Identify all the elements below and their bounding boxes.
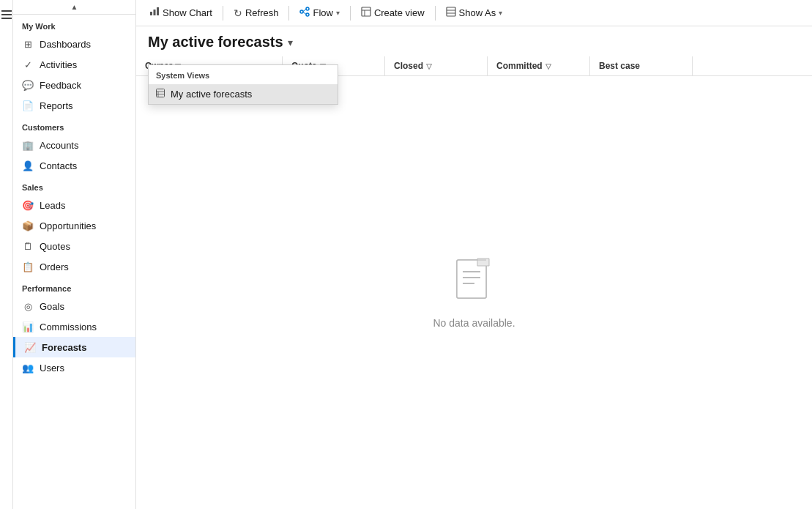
refresh-icon: ↻: [234, 7, 242, 19]
page-title: My active forecasts: [148, 34, 283, 51]
sidebar-item-label: Opportunities: [40, 220, 96, 231]
activities-icon: ✓: [22, 59, 34, 70]
orders-icon: 📋: [22, 261, 34, 272]
col-best-case: Best case: [590, 56, 693, 75]
page-title-dropdown-button[interactable]: ▾: [288, 37, 293, 48]
sidebar-item-reports[interactable]: 📄 Reports: [13, 95, 135, 116]
svg-line-6: [303, 10, 306, 12]
svg-point-3: [300, 10, 303, 13]
refresh-button[interactable]: ↻ Refresh: [226, 4, 286, 22]
toolbar-divider-1: [223, 6, 223, 21]
dropdown-item-my-active-forecasts[interactable]: My active forecasts: [149, 84, 338, 104]
sidebar-scroll-up[interactable]: ▲: [13, 0, 135, 15]
show-as-icon: [446, 7, 456, 19]
contacts-icon: 👤: [22, 160, 34, 171]
hamburger-bar: [0, 0, 13, 509]
grid-icon: ⊞: [22, 38, 34, 50]
accounts-icon: 🏢: [22, 139, 34, 151]
show-chart-icon: [149, 7, 160, 19]
sidebar-item-label: Activities: [40, 59, 77, 70]
sidebar-item-quotes[interactable]: 🗒 Quotes: [13, 236, 135, 256]
filter-committed-icon[interactable]: ▽: [545, 62, 551, 70]
sidebar-item-label: Accounts: [40, 140, 78, 151]
sidebar-item-label: Leads: [40, 200, 65, 211]
view-item-icon: [156, 89, 165, 100]
flow-icon: [299, 7, 310, 19]
dropdown-section-label: System Views: [149, 65, 338, 84]
leads-icon: 🎯: [22, 199, 34, 211]
quotes-icon: 🗒: [22, 240, 34, 252]
sidebar-item-label: Reports: [40, 100, 73, 111]
feedback-icon: 💬: [22, 79, 34, 91]
create-view-button[interactable]: Create view: [354, 4, 432, 22]
svg-rect-2: [157, 7, 159, 15]
svg-rect-8: [362, 7, 370, 16]
filter-closed-icon[interactable]: ▽: [426, 62, 432, 70]
page-header: My active forecasts ▾: [136, 26, 812, 56]
sidebar-item-dashboards[interactable]: ⊞ Dashboards: [13, 34, 135, 54]
toolbar-divider-2: [288, 6, 289, 21]
view-dropdown: System Views My active forecasts: [148, 64, 338, 105]
commissions-icon: 📊: [22, 321, 34, 332]
svg-point-5: [306, 13, 309, 16]
toolbar-divider-4: [435, 6, 436, 21]
sidebar-item-feedback[interactable]: 💬 Feedback: [13, 75, 135, 95]
sidebar-item-goals[interactable]: ◎ Goals: [13, 296, 135, 316]
col-committed: Committed ▽: [488, 56, 590, 75]
svg-point-4: [306, 7, 309, 10]
flow-chevron-icon: ▾: [336, 9, 340, 17]
sidebar-item-leads[interactable]: 🎯 Leads: [13, 195, 135, 215]
sidebar-item-orders[interactable]: 📋 Orders: [13, 256, 135, 277]
main-content: Show Chart ↻ Refresh Flow ▾: [136, 0, 812, 509]
section-mywork: My Work: [13, 15, 135, 34]
svg-rect-14: [157, 89, 165, 97]
goals-icon: ◎: [22, 300, 34, 312]
sidebar-item-label: Goals: [40, 301, 64, 312]
no-data-message: No data available.: [433, 317, 515, 329]
col-closed: Closed ▽: [385, 56, 488, 75]
sidebar-item-label: Contacts: [40, 160, 77, 171]
sidebar-item-label: Orders: [40, 261, 69, 272]
no-data-icon: [451, 257, 498, 308]
section-customers: Customers: [13, 116, 135, 135]
create-view-icon: [361, 7, 371, 19]
sidebar-item-users[interactable]: 👥 Users: [13, 357, 135, 378]
empty-state: No data available.: [136, 76, 812, 509]
sidebar-item-label: Dashboards: [40, 39, 91, 50]
sidebar: ▲ My Work ⊞ Dashboards ✓ Activities 💬 Fe…: [13, 0, 136, 509]
sidebar-item-label: Commissions: [40, 322, 97, 332]
sidebar-item-label: Quotes: [40, 241, 70, 252]
users-icon: 👥: [22, 362, 34, 374]
hamburger-menu-button[interactable]: [1, 10, 12, 19]
page-title-row: My active forecasts ▾: [148, 34, 800, 51]
show-chart-button[interactable]: Show Chart: [142, 4, 220, 22]
sidebar-item-label: Feedback: [40, 80, 81, 91]
reports-icon: 📄: [22, 100, 34, 111]
svg-rect-1: [154, 10, 156, 15]
svg-line-7: [303, 12, 306, 15]
sidebar-item-opportunities[interactable]: 📦 Opportunities: [13, 215, 135, 236]
svg-rect-11: [447, 7, 455, 16]
opportunities-icon: 📦: [22, 220, 34, 231]
sidebar-item-contacts[interactable]: 👤 Contacts: [13, 155, 135, 176]
show-as-chevron-icon: ▾: [499, 9, 502, 17]
toolbar-divider-3: [350, 6, 351, 21]
sidebar-item-forecasts[interactable]: 📈 Forecasts: [13, 337, 135, 357]
dropdown-item-label: My active forecasts: [171, 89, 252, 100]
forecasts-icon: 📈: [24, 341, 36, 353]
flow-button[interactable]: Flow ▾: [292, 4, 346, 22]
sidebar-item-accounts[interactable]: 🏢 Accounts: [13, 135, 135, 155]
toolbar: Show Chart ↻ Refresh Flow ▾: [136, 0, 812, 26]
svg-rect-0: [150, 12, 152, 15]
section-sales: Sales: [13, 176, 135, 195]
sidebar-item-commissions[interactable]: 📊 Commissions: [13, 316, 135, 337]
show-as-button[interactable]: Show As ▾: [439, 4, 510, 22]
sidebar-item-label: Forecasts: [42, 342, 86, 353]
sidebar-item-activities[interactable]: ✓ Activities: [13, 54, 135, 75]
section-performance: Performance: [13, 277, 135, 296]
sidebar-item-label: Users: [40, 363, 64, 374]
